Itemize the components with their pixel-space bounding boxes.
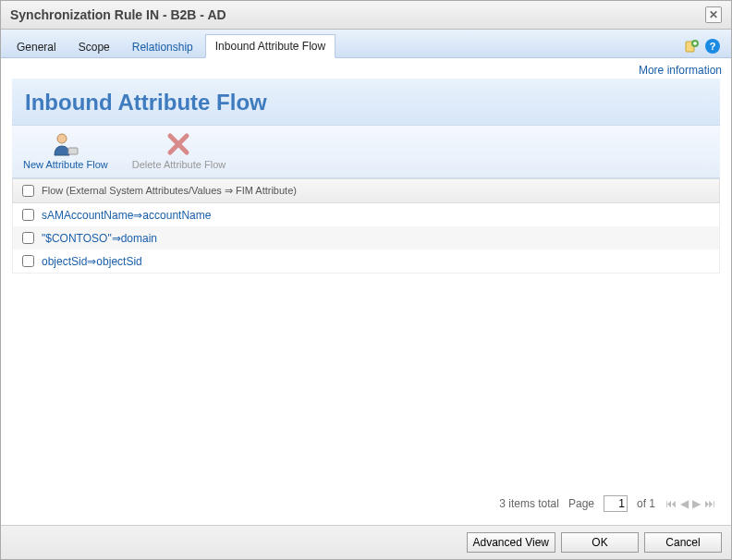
tab-bar: General Scope Relationship Inbound Attri… (1, 30, 731, 58)
grid-header: Flow (External System Attributes/Values … (12, 178, 720, 203)
row-checkbox[interactable] (22, 209, 34, 221)
advanced-view-button[interactable]: Advanced View (467, 532, 556, 553)
table-row: "$CONTOSO"⇒domain (13, 226, 719, 250)
user-add-icon (49, 131, 82, 157)
row-checkbox[interactable] (22, 255, 34, 267)
tab-scope[interactable]: Scope (68, 35, 120, 58)
ok-button[interactable]: OK (561, 532, 639, 553)
panel-header: Inbound Attribute Flow (12, 79, 720, 125)
paging-nav: ⏮ ◀ ▶ ⏭ (665, 497, 716, 510)
table-row: objectSid⇒objectSid (13, 250, 719, 273)
page-of-label: of 1 (637, 497, 655, 510)
flow-link[interactable]: "$CONTOSO"⇒domain (42, 232, 157, 245)
table-row: sAMAccountName⇒accountName (13, 203, 719, 226)
page-input[interactable] (604, 495, 628, 512)
delete-attribute-flow-button: Delete Attribute Flow (128, 129, 230, 172)
select-all-checkbox[interactable] (22, 185, 34, 197)
cancel-button[interactable]: Cancel (644, 532, 722, 553)
window-title: Synchronization Rule IN - B2B - AD (10, 7, 226, 22)
first-page-icon[interactable]: ⏮ (665, 497, 677, 510)
grid-header-label: Flow (External System Attributes/Values … (42, 185, 297, 197)
next-page-icon[interactable]: ▶ (691, 497, 702, 510)
panel-title: Inbound Attribute Flow (25, 90, 707, 116)
row-checkbox[interactable] (22, 232, 34, 244)
close-icon: ✕ (709, 8, 718, 21)
toolbar: New Attribute Flow Delete Attribute Flow (12, 125, 720, 178)
svg-point-2 (57, 134, 67, 143)
grid-spacer (12, 274, 720, 490)
help-icon[interactable]: ? (705, 39, 720, 54)
grid-body: sAMAccountName⇒accountName "$CONTOSO"⇒do… (12, 203, 720, 274)
flow-link[interactable]: sAMAccountName⇒accountName (42, 209, 211, 222)
flow-link[interactable]: objectSid⇒objectSid (42, 255, 142, 268)
dialog-window: Synchronization Rule IN - B2B - AD ✕ Gen… (0, 0, 732, 560)
tab-inbound-attribute-flow[interactable]: Inbound Attribute Flow (205, 34, 336, 58)
new-attribute-flow-label: New Attribute Flow (23, 159, 108, 170)
more-information-link[interactable]: More information (639, 64, 722, 77)
new-attribute-flow-button[interactable]: New Attribute Flow (19, 129, 112, 172)
content-area: Inbound Attribute Flow New Attribute Flo… (12, 79, 720, 517)
tab-general[interactable]: General (6, 35, 67, 58)
svg-rect-3 (68, 148, 78, 154)
items-total-label: 3 items total (499, 497, 559, 510)
title-bar: Synchronization Rule IN - B2B - AD ✕ (1, 1, 731, 30)
last-page-icon[interactable]: ⏭ (703, 497, 716, 510)
more-info-row: More information (1, 58, 731, 79)
close-button[interactable]: ✕ (705, 6, 722, 23)
dialog-footer: Advanced View OK Cancel (1, 525, 731, 559)
paging-bar: 3 items total Page of 1 ⏮ ◀ ▶ ⏭ (12, 490, 720, 517)
tab-relationship[interactable]: Relationship (122, 35, 203, 58)
prev-page-icon[interactable]: ◀ (679, 497, 689, 510)
page-label: Page (568, 497, 594, 510)
delete-attribute-flow-label: Delete Attribute Flow (132, 159, 226, 170)
add-tab-icon[interactable] (685, 39, 700, 54)
delete-x-icon (162, 131, 195, 157)
